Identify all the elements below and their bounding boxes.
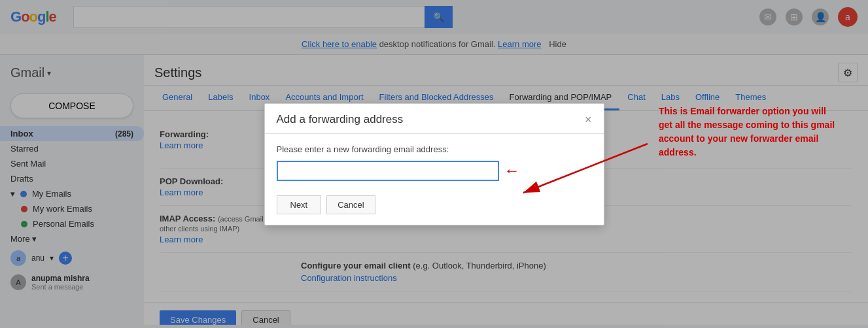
modal-body: Please enter a new forwarding email addr… — [265, 134, 604, 189]
arrow-icon: ← — [504, 161, 520, 180]
modal-cancel-button[interactable]: Cancel — [326, 195, 375, 214]
modal-label: Please enter a new forwarding email addr… — [277, 144, 592, 154]
modal-header: Add a forwarding address × — [265, 104, 604, 134]
add-forwarding-modal: Add a forwarding address × Please enter … — [264, 103, 604, 225]
modal-title: Add a forwarding address — [277, 113, 404, 126]
modal-footer: Next Cancel — [265, 189, 604, 225]
modal-next-button[interactable]: Next — [277, 195, 322, 214]
modal-overlay: Add a forwarding address × Please enter … — [0, 0, 868, 325]
forwarding-email-input[interactable] — [277, 161, 499, 181]
modal-close-button[interactable]: × — [585, 113, 592, 127]
